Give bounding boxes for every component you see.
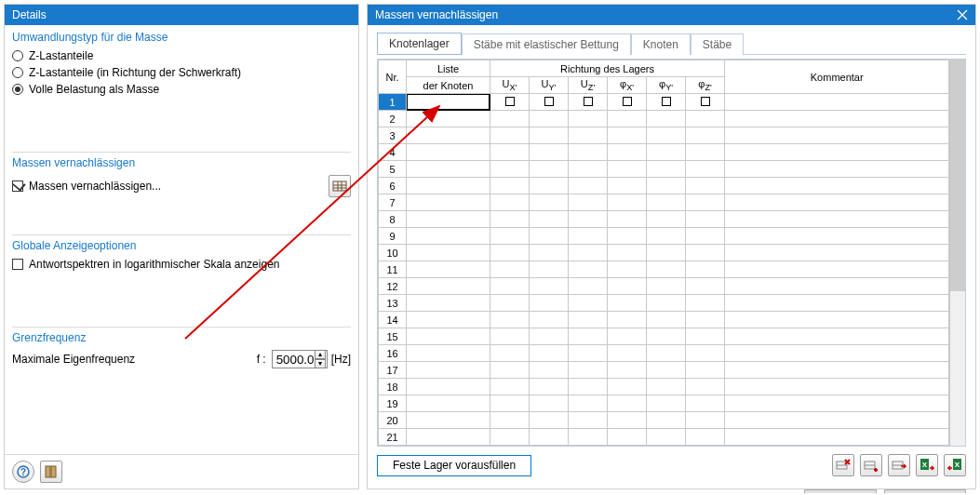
cell-node-list[interactable] <box>407 127 490 144</box>
cell-direction[interactable] <box>686 245 725 261</box>
cell-comment[interactable] <box>725 278 949 295</box>
cell-direction[interactable] <box>569 111 608 127</box>
cell-direction[interactable] <box>647 328 686 345</box>
cell-direction[interactable] <box>608 211 647 228</box>
cell-direction[interactable] <box>647 295 686 312</box>
copy-row-button[interactable] <box>888 454 910 476</box>
cell-node-list[interactable] <box>407 228 490 245</box>
cell-direction[interactable] <box>686 345 725 362</box>
cell-direction[interactable] <box>569 295 608 312</box>
table-row[interactable]: 13 <box>379 295 949 312</box>
cell-direction[interactable] <box>608 328 647 345</box>
cell-direction[interactable] <box>647 127 686 144</box>
table-row[interactable]: 14 <box>379 312 949 328</box>
cell-direction[interactable] <box>490 379 530 395</box>
cell-direction[interactable] <box>530 312 569 328</box>
cell-direction[interactable] <box>569 144 608 161</box>
cell-direction[interactable] <box>490 245 530 261</box>
table-row[interactable]: 19 <box>379 395 949 412</box>
cancel-button[interactable]: Abbrechen <box>884 489 966 493</box>
cell-direction[interactable] <box>569 228 608 245</box>
table-row[interactable]: 6 <box>379 178 949 194</box>
cell-direction[interactable] <box>530 261 569 278</box>
cell-direction[interactable] <box>530 194 569 211</box>
cell-direction[interactable] <box>608 144 647 161</box>
cell-direction[interactable] <box>647 312 686 328</box>
table-row[interactable]: 9 <box>379 228 949 245</box>
cell-direction[interactable] <box>647 194 686 211</box>
cell-direction[interactable] <box>608 379 647 395</box>
cell-direction[interactable] <box>569 194 608 211</box>
cell-direction[interactable] <box>686 194 725 211</box>
cell-direction[interactable] <box>608 127 647 144</box>
cell-direction[interactable] <box>569 178 608 194</box>
cell-direction[interactable] <box>530 429 569 446</box>
close-button[interactable] <box>949 5 975 25</box>
cell-node-list[interactable] <box>407 328 490 345</box>
cell-direction[interactable] <box>608 295 647 312</box>
cell-direction[interactable] <box>530 412 569 429</box>
cell-direction[interactable] <box>686 312 725 328</box>
cell-direction[interactable] <box>490 194 530 211</box>
cell-direction[interactable] <box>569 278 608 295</box>
cell-comment[interactable] <box>725 144 949 161</box>
cell-direction[interactable] <box>647 412 686 429</box>
cell-direction[interactable] <box>608 194 647 211</box>
cell-direction[interactable] <box>647 261 686 278</box>
cell-comment[interactable] <box>725 111 949 127</box>
cell-direction[interactable] <box>569 245 608 261</box>
cell-comment[interactable] <box>725 312 949 328</box>
cell-comment[interactable] <box>725 94 949 111</box>
cell-direction[interactable] <box>530 94 569 111</box>
cell-direction[interactable] <box>569 362 608 379</box>
cell-direction[interactable] <box>686 328 725 345</box>
cell-direction[interactable] <box>569 94 608 111</box>
table-row[interactable]: 4 <box>379 144 949 161</box>
cell-direction[interactable] <box>686 111 725 127</box>
cell-comment[interactable] <box>725 245 949 261</box>
cell-direction[interactable] <box>490 211 530 228</box>
cell-direction[interactable] <box>530 362 569 379</box>
cell-direction[interactable] <box>530 328 569 345</box>
cell-direction[interactable] <box>530 345 569 362</box>
cell-comment[interactable] <box>725 379 949 395</box>
cell-comment[interactable] <box>725 178 949 194</box>
cell-direction[interactable] <box>490 127 530 144</box>
cell-node-list[interactable] <box>407 429 490 446</box>
tab-nodes[interactable]: Knoten <box>631 33 691 55</box>
table-row[interactable]: 2 <box>379 111 949 127</box>
cell-comment[interactable] <box>725 429 949 446</box>
cell-direction[interactable] <box>686 144 725 161</box>
cell-direction[interactable] <box>530 228 569 245</box>
table-row[interactable]: 17 <box>379 362 949 379</box>
cell-direction[interactable] <box>490 429 530 446</box>
help-button[interactable]: ? <box>12 461 34 483</box>
cell-direction[interactable] <box>490 328 530 345</box>
cell-comment[interactable] <box>725 345 949 362</box>
cell-direction[interactable] <box>530 111 569 127</box>
cell-direction[interactable] <box>686 127 725 144</box>
cell-node-list[interactable] <box>407 178 490 194</box>
cell-direction[interactable] <box>490 395 530 412</box>
cell-direction[interactable] <box>686 211 725 228</box>
cell-node-list[interactable] <box>407 312 490 328</box>
cell-direction[interactable] <box>530 395 569 412</box>
cell-node-list[interactable] <box>407 345 490 362</box>
cell-direction[interactable] <box>530 278 569 295</box>
table-row[interactable]: 5 <box>379 161 949 178</box>
cell-direction[interactable] <box>647 94 686 111</box>
cell-direction[interactable] <box>569 261 608 278</box>
cell-direction[interactable] <box>608 94 647 111</box>
cell-node-list[interactable] <box>407 94 490 111</box>
tab-members[interactable]: Stäbe <box>691 33 744 55</box>
dialog-title-bar[interactable]: Massen vernachlässigen <box>368 5 975 25</box>
cell-direction[interactable] <box>530 127 569 144</box>
freq-spinner[interactable]: ▴▾ <box>315 350 326 368</box>
cell-direction[interactable] <box>530 211 569 228</box>
cell-direction[interactable] <box>569 395 608 412</box>
cell-direction[interactable] <box>647 395 686 412</box>
cell-direction[interactable] <box>686 295 725 312</box>
cell-direction[interactable] <box>647 144 686 161</box>
radio-z-gravity[interactable]: Z-Lastanteile (in Richtung der Schwerkra… <box>12 66 351 79</box>
cell-node-list[interactable] <box>407 412 490 429</box>
